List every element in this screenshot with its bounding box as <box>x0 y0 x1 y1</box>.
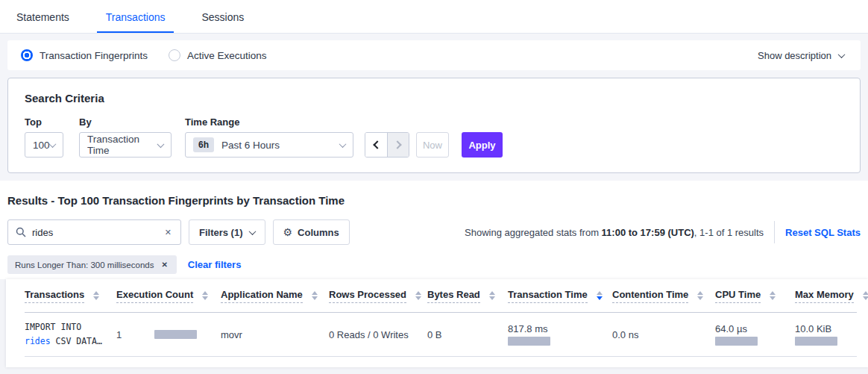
query-line-1: IMPORT INTO <box>25 320 116 334</box>
top-group: Top 100 <box>25 116 63 158</box>
column-label[interactable]: Transaction Time <box>508 289 588 303</box>
column-label[interactable]: Bytes Read <box>427 289 480 303</box>
max-memory-bar <box>795 337 837 346</box>
columns-button[interactable]: ⚙ Columns <box>273 219 350 245</box>
top-select[interactable]: 100 <box>25 132 63 158</box>
show-description-label: Show description <box>758 50 831 61</box>
time-range-value: Past 6 Hours <box>221 140 280 151</box>
filters-button[interactable]: Filters (1) <box>189 219 265 245</box>
column-header-max-memory: Max Memory <box>795 289 868 303</box>
time-range-label: Time Range <box>185 116 353 128</box>
column-label[interactable]: Max Memory <box>795 289 854 303</box>
search-icon <box>16 227 26 237</box>
column-header-transaction-time: Transaction Time <box>508 289 612 303</box>
chevron-down-icon <box>339 140 347 148</box>
tab-sessions[interactable]: Sessions <box>192 0 253 33</box>
chevron-right-icon <box>393 140 401 149</box>
column-label[interactable]: Rows Processed <box>329 289 406 303</box>
stats-time-range: 11:00 to 17:59 (UTC) <box>602 227 694 238</box>
columns-button-label: Columns <box>298 227 339 238</box>
sort-icon[interactable] <box>202 291 208 300</box>
now-button[interactable]: Now <box>416 132 449 158</box>
execution-count-bar <box>154 330 197 339</box>
chevron-down-icon <box>248 228 256 235</box>
column-label[interactable]: Contention Time <box>612 289 688 303</box>
column-label[interactable]: Execution Count <box>116 289 193 303</box>
column-label[interactable]: CPU Time <box>715 289 761 303</box>
radio-unselected-icon <box>169 49 180 61</box>
show-description-toggle[interactable]: Show description <box>758 50 844 61</box>
vertical-divider <box>774 221 775 243</box>
sort-icon[interactable] <box>697 291 703 300</box>
by-select-value: Transaction Time <box>87 134 158 156</box>
transaction-fingerprint-link[interactable]: rides <box>25 336 51 346</box>
sort-icon[interactable] <box>312 291 318 300</box>
active-filters-row: Runs Longer Than: 300 milliseconds ✕ Cle… <box>7 255 861 274</box>
clear-search-icon[interactable]: ✕ <box>163 226 173 239</box>
sort-icon[interactable] <box>415 291 421 300</box>
column-header-contention-time: Contention Time <box>612 289 715 303</box>
remove-filter-icon[interactable]: ✕ <box>160 259 169 270</box>
column-label[interactable]: Application Name <box>221 289 303 303</box>
top-label: Top <box>25 116 63 128</box>
radio-active-executions[interactable]: Active Executions <box>169 49 267 61</box>
results-section: Results - Top 100 Transaction Fingerprin… <box>0 181 868 374</box>
sort-desc-icon[interactable] <box>597 291 603 300</box>
time-nav-group <box>365 132 409 158</box>
by-group: By Transaction Time <box>79 116 172 158</box>
filter-pill[interactable]: Runs Longer Than: 300 milliseconds ✕ <box>7 255 177 274</box>
sort-icon[interactable] <box>93 291 99 300</box>
top-select-value: 100 <box>33 140 50 151</box>
clear-filters-link[interactable]: Clear filters <box>188 259 242 270</box>
chevron-down-icon <box>838 51 846 58</box>
cell-transaction-query: IMPORT INTO rides CSV DATA… <box>25 320 116 349</box>
cell-rows-processed: 0 Reads / 0 Writes <box>329 329 427 340</box>
radio-label: Transaction Fingerprints <box>40 50 148 61</box>
time-next-button[interactable] <box>387 133 409 157</box>
tab-transactions[interactable]: Transactions <box>97 0 174 33</box>
apply-button[interactable]: Apply <box>462 132 503 158</box>
sort-icon[interactable] <box>863 291 868 300</box>
search-criteria-title: Search Criteria <box>25 92 841 105</box>
results-heading: Results - Top 100 Transaction Fingerprin… <box>7 194 868 207</box>
radio-transaction-fingerprints[interactable]: Transaction Fingerprints <box>21 49 148 61</box>
page-tabs: Statements Transactions Sessions <box>0 0 868 34</box>
transaction-time-bar <box>508 337 550 346</box>
radio-label: Active Executions <box>187 50 267 61</box>
search-box[interactable]: ✕ <box>7 219 181 245</box>
time-prev-button[interactable] <box>365 133 387 157</box>
column-header-bytes-read: Bytes Read <box>427 289 508 303</box>
reset-sql-stats-link[interactable]: Reset SQL Stats <box>785 227 861 238</box>
toolbar-right: Showing aggregated stats from 11:00 to 1… <box>465 221 861 243</box>
by-select[interactable]: Transaction Time <box>79 132 172 158</box>
search-input[interactable] <box>32 227 163 238</box>
upper-zone: Transaction Fingerprints Active Executio… <box>0 34 868 181</box>
column-header-transactions: Transactions <box>25 289 116 303</box>
table-row: IMPORT INTO rides CSV DATA… 1 movr 0 Rea… <box>25 313 857 357</box>
time-range-select[interactable]: 6h Past 6 Hours <box>185 132 353 158</box>
cpu-time-bar <box>715 337 758 346</box>
view-toggle-bar: Transaction Fingerprints Active Executio… <box>7 40 861 70</box>
cell-cpu-time: 64.0 µs <box>715 323 795 346</box>
table-zone: Transactions Execution Count Application… <box>0 279 868 374</box>
chevron-left-icon <box>373 140 381 149</box>
cell-max-memory: 10.0 KiB <box>795 323 857 346</box>
cell-bytes-read: 0 B <box>427 329 508 340</box>
cell-execution-count: 1 <box>116 329 221 340</box>
sort-icon[interactable] <box>770 291 776 300</box>
gear-icon: ⚙ <box>283 226 293 238</box>
column-header-cpu-time: CPU Time <box>715 289 795 303</box>
table-header-row: Transactions Execution Count Application… <box>25 279 857 313</box>
time-range-group: Time Range 6h Past 6 Hours <box>185 116 353 158</box>
filter-pill-label: Runs Longer Than: 300 milliseconds <box>15 261 154 269</box>
aggregated-stats-text: Showing aggregated stats from 11:00 to 1… <box>465 227 764 238</box>
tab-statements[interactable]: Statements <box>7 0 78 33</box>
time-range-badge: 6h <box>193 137 214 152</box>
transactions-table: Transactions Execution Count Application… <box>6 279 868 367</box>
sort-icon[interactable] <box>489 291 495 300</box>
filters-button-label: Filters (1) <box>199 227 243 238</box>
column-label[interactable]: Transactions <box>25 289 84 303</box>
cell-contention-time: 0.0 ns <box>612 329 715 340</box>
query-line-2: rides CSV DATA… <box>25 334 116 349</box>
cell-application-name: movr <box>221 329 329 340</box>
